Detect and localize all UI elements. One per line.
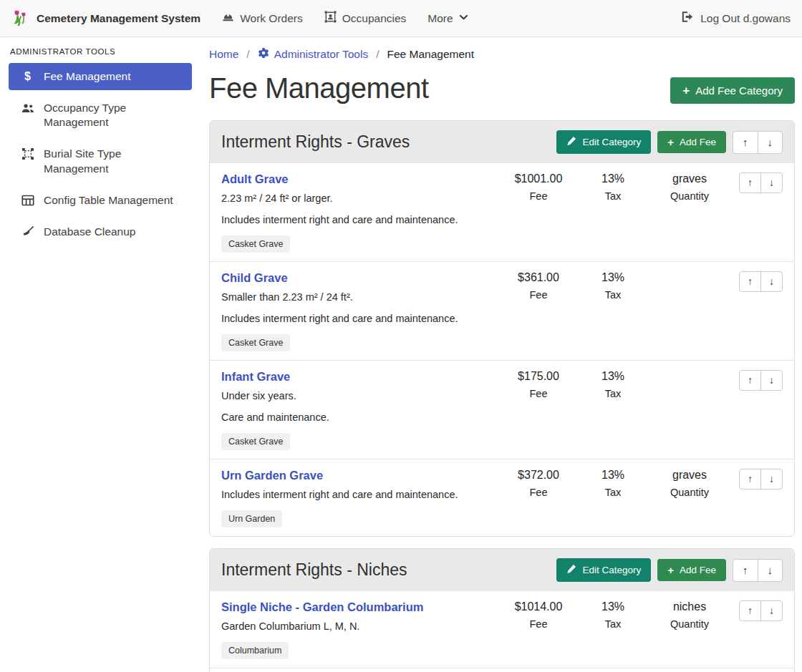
fee-description: Includes interment right and care and ma… xyxy=(221,213,496,228)
arrow-down-icon: ↓ xyxy=(769,605,774,617)
main-nav: Work Orders Occupancies More xyxy=(222,11,468,26)
fee-name-link[interactable]: Infant Grave xyxy=(221,370,290,384)
sidebar-item-database-cleanup[interactable]: Database Cleanup xyxy=(9,218,192,245)
fee-tax-value: 13% xyxy=(576,172,650,185)
arrow-up-icon: ↑ xyxy=(748,374,753,386)
add-fee-label: Add Fee xyxy=(680,565,716,575)
add-fee-button[interactable]: +Add Fee xyxy=(657,559,726,581)
sign-out-icon xyxy=(681,11,694,26)
arrow-down-icon: ↓ xyxy=(769,374,774,386)
move-category-up-button[interactable]: ↑ xyxy=(733,131,758,154)
fee-description: Under six years. xyxy=(221,389,496,404)
fee-amount-col: $1014.00Fee xyxy=(501,600,576,630)
logout-button[interactable]: Log Out d.gowans xyxy=(681,11,791,26)
fee-quantity-label: Quantity xyxy=(650,618,729,630)
fee-main: Single Niche - Garden ColumbariumGarden … xyxy=(221,600,501,659)
fee-reorder-group: ↑↓ xyxy=(739,469,783,490)
fee-amount-col: $175.00Fee xyxy=(501,370,576,399)
arrow-down-icon: ↓ xyxy=(769,473,774,485)
move-fee-down-button[interactable]: ↓ xyxy=(760,172,783,193)
move-fee-up-button[interactable]: ↑ xyxy=(739,271,761,292)
fee-reorder-group: ↑↓ xyxy=(739,271,783,292)
move-category-up-button[interactable]: ↑ xyxy=(733,559,758,582)
fee-name-link[interactable]: Child Grave xyxy=(221,271,288,285)
fee-name-link[interactable]: Adult Grave xyxy=(221,172,289,186)
fee-tax-value: 13% xyxy=(576,271,650,284)
pencil-icon xyxy=(566,564,576,576)
sidebar-item-label: Occupancy Type Management xyxy=(44,101,186,130)
fee-tax-col: 13%Tax xyxy=(576,600,650,630)
fee-description: Includes interment right and care and ma… xyxy=(221,311,496,326)
arrow-down-icon: ↓ xyxy=(768,136,773,149)
fee-reorder-group: ↑↓ xyxy=(739,172,783,193)
move-fee-down-button[interactable]: ↓ xyxy=(760,600,783,621)
table-icon xyxy=(21,194,34,207)
arrow-up-icon: ↑ xyxy=(748,605,753,617)
move-fee-down-button[interactable]: ↓ xyxy=(760,271,783,292)
sidebar-item-label: Config Table Management xyxy=(44,193,173,208)
fee-description: Care and maintenance. xyxy=(221,410,496,425)
top-navbar: Cemetery Management System Work Orders xyxy=(0,0,802,37)
page-header: Fee Management + Add Fee Category xyxy=(209,72,795,104)
fee-amount-value: $1001.00 xyxy=(501,172,576,185)
fee-main: Infant GraveUnder six years.Care and mai… xyxy=(221,370,501,450)
move-fee-up-button[interactable]: ↑ xyxy=(739,370,761,391)
fee-amount-label: Fee xyxy=(501,487,576,498)
sidebar-item-fee-management[interactable]: $Fee Management xyxy=(9,63,192,90)
fee-row-single-niche-garden-columbarium: Single Niche - Garden ColumbariumGarden … xyxy=(210,591,794,668)
fee-amount-value: $175.00 xyxy=(501,370,576,383)
nav-more[interactable]: More xyxy=(427,11,468,25)
fee-amount-value: $361.00 xyxy=(501,271,576,284)
fee-tax-col: 13%Tax xyxy=(576,370,650,399)
arrow-down-icon: ↓ xyxy=(768,564,773,577)
sidebar-item-config-table-management[interactable]: Config Table Management xyxy=(9,187,192,214)
nav-occupancies[interactable]: Occupancies xyxy=(324,11,407,26)
fee-description: 2.23 m² / 24 ft² or larger. xyxy=(221,191,496,206)
move-fee-down-button[interactable]: ↓ xyxy=(760,370,783,391)
fee-amount-col: $372.00Fee xyxy=(501,469,576,498)
fee-description: Smaller than 2.23 m² / 24 ft². xyxy=(221,290,496,305)
breadcrumb: Home / Administrator Tools / Fee Managem… xyxy=(209,47,795,62)
users-icon xyxy=(21,102,34,115)
edit-category-button[interactable]: Edit Category xyxy=(556,130,651,154)
sidebar-list: $Fee ManagementOccupancy Type Management… xyxy=(9,63,192,245)
app-title: Cemetery Management System xyxy=(37,12,200,25)
sidebar-item-burial-site-type-management[interactable]: Burial Site Type Management xyxy=(9,140,192,182)
pencil-icon xyxy=(566,136,576,148)
fee-tax-value: 13% xyxy=(576,469,650,482)
fee-type-badge: Casket Grave xyxy=(221,433,290,450)
edit-category-button[interactable]: Edit Category xyxy=(556,558,651,582)
move-fee-down-button[interactable]: ↓ xyxy=(760,469,783,490)
fee-category-card-interment-rights-niches: Interment Rights - NichesEdit Category+A… xyxy=(209,548,795,672)
fee-name-link[interactable]: Single Niche - Garden Columbarium xyxy=(221,600,423,614)
fee-amount-label: Fee xyxy=(501,618,576,630)
arrow-down-icon: ↓ xyxy=(769,177,774,189)
fee-category-card-interment-rights-graves: Interment Rights - GravesEdit Category+A… xyxy=(209,120,795,537)
fee-tax-label: Tax xyxy=(576,190,650,202)
nav-work-orders[interactable]: Work Orders xyxy=(222,11,303,26)
brand[interactable]: Cemetery Management System xyxy=(11,9,200,29)
move-fee-up-button[interactable]: ↑ xyxy=(739,469,761,490)
arrow-up-icon: ↑ xyxy=(748,276,753,288)
chevron-down-icon xyxy=(459,11,468,25)
move-fee-up-button[interactable]: ↑ xyxy=(739,172,761,193)
plus-icon: + xyxy=(667,137,674,147)
fee-reorder-group: ↑↓ xyxy=(739,370,783,391)
sidebar-item-occupancy-type-management[interactable]: Occupancy Type Management xyxy=(9,94,192,136)
fee-name-link[interactable]: Urn Garden Grave xyxy=(221,469,323,482)
arrow-up-icon: ↑ xyxy=(748,177,753,189)
fee-quantity-col: nichesQuantity xyxy=(650,600,729,630)
move-category-down-button[interactable]: ↓ xyxy=(758,131,783,154)
broom-icon xyxy=(21,225,34,238)
breadcrumb-admin-tools-link[interactable]: Administrator Tools xyxy=(258,47,369,62)
add-fee-category-button[interactable]: + Add Fee Category xyxy=(670,77,795,104)
category-reorder-group: ↑↓ xyxy=(733,559,783,582)
add-fee-button[interactable]: +Add Fee xyxy=(657,131,726,153)
move-fee-up-button[interactable]: ↑ xyxy=(739,600,761,621)
plus-icon: + xyxy=(682,84,690,97)
move-category-down-button[interactable]: ↓ xyxy=(758,559,783,582)
fee-tax-col: 13%Tax xyxy=(576,271,650,301)
category-title: Interment Rights - Niches xyxy=(221,560,407,580)
breadcrumb-home-link[interactable]: Home xyxy=(209,48,238,61)
edit-category-label: Edit Category xyxy=(582,137,641,147)
